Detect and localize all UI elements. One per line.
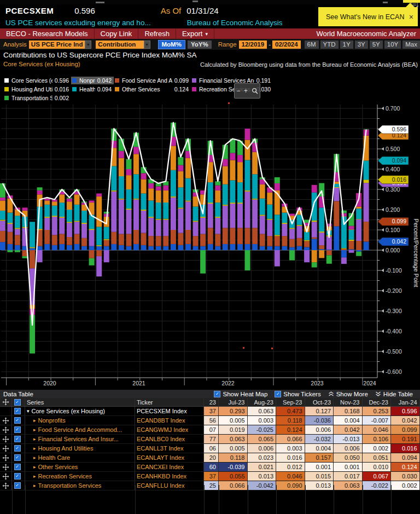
- value-cell[interactable]: 0.012: [276, 463, 305, 471]
- move-cell[interactable]: [0, 481, 12, 490]
- value-cell[interactable]: 77: [204, 435, 219, 443]
- value-cell[interactable]: 60: [204, 463, 219, 471]
- table-row[interactable]: ✓ ▸Transportation Services ECANFLLU Inde…: [0, 481, 420, 490]
- period-button-5y[interactable]: 5Y: [370, 41, 383, 49]
- legend-item[interactable]: Core Services (ex Housing) 0.596: [3, 77, 71, 84]
- toolbar-item-beco[interactable]: BECO - Research Models: [0, 28, 95, 39]
- checkbox-checked-icon[interactable]: ✓: [214, 391, 220, 397]
- value-cell[interactable]: 0.127: [305, 407, 334, 415]
- series-name[interactable]: ▸Other Services: [25, 463, 135, 471]
- ticker-cell[interactable]: ECANLL3T Index: [135, 444, 204, 453]
- value-cell[interactable]: 0.065: [248, 435, 277, 443]
- row-checkbox[interactable]: ✓: [14, 473, 21, 480]
- legend-item[interactable]: Financial Services And Insurance 0.191: [191, 77, 273, 84]
- move-cell[interactable]: [0, 472, 12, 481]
- value-cell[interactable]: 0.017: [334, 472, 363, 481]
- zoom-out-icon[interactable]: −: [236, 87, 240, 95]
- value-cell[interactable]: -0.032: [305, 435, 334, 443]
- value-cell[interactable]: -0.039: [219, 463, 248, 471]
- legend-item[interactable]: Recreation Services 0.030: [191, 85, 273, 93]
- ticker-column-header[interactable]: Ticker: [135, 398, 204, 406]
- move-cell[interactable]: [0, 435, 12, 443]
- row-checkbox[interactable]: ✓: [14, 399, 21, 406]
- show-tickers-toggle[interactable]: ✓ Show Tickers: [275, 391, 320, 397]
- show-heatmap-toggle[interactable]: ✓ Show Heat Map: [214, 391, 267, 397]
- legend-item[interactable]: Food Service And Accommodations 0.099: [114, 77, 191, 84]
- select-cell[interactable]: ✓: [12, 453, 25, 462]
- checkbox-checked-icon[interactable]: ✓: [275, 391, 281, 397]
- value-cell[interactable]: 37: [204, 472, 219, 481]
- value-cell[interactable]: 0.099: [391, 425, 420, 434]
- value-cell[interactable]: 0.023: [248, 453, 277, 462]
- hide-table-button[interactable]: Hide Table: [375, 391, 413, 397]
- value-cell[interactable]: 0.157: [305, 453, 334, 462]
- move-row-icon[interactable]: [2, 482, 9, 489]
- chart-zoom-controls[interactable]: − +: [234, 83, 260, 99]
- value-cell[interactable]: 0.118: [276, 416, 305, 425]
- value-cell[interactable]: -0.007: [363, 416, 392, 425]
- legend-item[interactable]: Transportation Services 0.002: [3, 94, 71, 102]
- value-cell[interactable]: 0.002: [391, 481, 420, 490]
- select-cell[interactable]: ✓: [12, 481, 25, 490]
- series-name[interactable]: ▸Health Care: [25, 453, 135, 462]
- range-start-field[interactable]: 12/2019: [239, 41, 267, 49]
- series-name[interactable]: ▸Nonprofits: [25, 416, 135, 425]
- value-cell[interactable]: 0.001: [305, 463, 334, 471]
- select-column-header[interactable]: ✓: [12, 398, 25, 406]
- row-checkbox[interactable]: ✓: [14, 454, 21, 461]
- mode-dropdown[interactable]: Contribution: [96, 41, 143, 49]
- series-column-header[interactable]: Series: [25, 398, 135, 406]
- select-cell[interactable]: ✓: [12, 407, 25, 415]
- row-checkbox[interactable]: ✓: [14, 482, 21, 489]
- ticker-cell[interactable]: ECANLAYT Index: [135, 453, 204, 462]
- value-cell[interactable]: -0.036: [305, 416, 334, 425]
- value-cell[interactable]: -0.042: [248, 481, 277, 490]
- period-button-3y[interactable]: 3Y: [355, 41, 368, 49]
- value-cell[interactable]: 0.019: [219, 425, 248, 434]
- move-cell[interactable]: [0, 463, 12, 471]
- ticker-cell[interactable]: ECANHKBD Index: [135, 472, 204, 481]
- value-cell[interactable]: 0.473: [276, 407, 305, 415]
- chevron-down-icon[interactable]: ▾: [85, 41, 91, 49]
- row-checkbox[interactable]: ✓: [14, 445, 21, 452]
- mom-toggle[interactable]: MoM%: [158, 40, 185, 49]
- date-column-header[interactable]: Jan-24: [391, 398, 420, 406]
- date-column-header[interactable]: Jul-23: [219, 398, 248, 406]
- value-cell[interactable]: 25: [204, 481, 219, 490]
- select-cell[interactable]: ✓: [12, 472, 25, 481]
- export-button[interactable]: Export ▾: [176, 28, 214, 39]
- legend-item[interactable]: Nonprofits 0.042: [71, 77, 114, 84]
- value-cell[interactable]: 0.124: [391, 463, 420, 471]
- value-cell[interactable]: 0.124: [276, 425, 305, 434]
- move-row-icon[interactable]: [2, 454, 9, 461]
- contributions-chart[interactable]: 20202021202220232024 -0.600 -0.500 -0.40…: [0, 103, 420, 390]
- move-row-icon[interactable]: [2, 417, 9, 424]
- value-cell[interactable]: 0.046: [276, 472, 305, 481]
- move-row-icon[interactable]: [2, 399, 9, 406]
- value-cell[interactable]: 0.013: [305, 481, 334, 490]
- series-name[interactable]: ▸Recreation Services: [25, 472, 135, 481]
- date-column-header[interactable]: 23: [204, 398, 219, 406]
- ticker-cell[interactable]: ECANLBC0 Index: [135, 435, 204, 443]
- value-cell[interactable]: 0.067: [363, 472, 392, 481]
- whats-new-tooltip[interactable]: See What's New in ECAN ×: [318, 7, 418, 26]
- date-column-header[interactable]: Nov-23: [334, 398, 363, 406]
- period-button-10y[interactable]: 10Y: [384, 41, 401, 49]
- value-cell[interactable]: 0.013: [248, 472, 277, 481]
- row-checkbox[interactable]: ✓: [14, 464, 21, 470]
- table-row[interactable]: ✓ ▸Other Services ECANCXEI Index60-0.039…: [0, 463, 420, 472]
- magnifier-icon[interactable]: [252, 88, 258, 94]
- ticker-cell[interactable]: ECANFLLU Index: [135, 481, 204, 490]
- period-button-6m[interactable]: 6M: [305, 41, 319, 49]
- value-cell[interactable]: 0.010: [363, 463, 392, 471]
- close-icon[interactable]: ×: [409, 13, 413, 21]
- move-cell[interactable]: [0, 425, 12, 434]
- value-cell[interactable]: 0.004: [334, 416, 363, 425]
- value-cell[interactable]: 37: [204, 407, 219, 415]
- move-row-icon[interactable]: [2, 445, 9, 452]
- value-cell[interactable]: 0.016: [276, 453, 305, 462]
- date-column-header[interactable]: Dec-23: [363, 398, 392, 406]
- value-cell[interactable]: 0.001: [334, 463, 363, 471]
- zoom-in-icon[interactable]: +: [244, 87, 248, 95]
- value-cell[interactable]: 0.090: [276, 481, 305, 490]
